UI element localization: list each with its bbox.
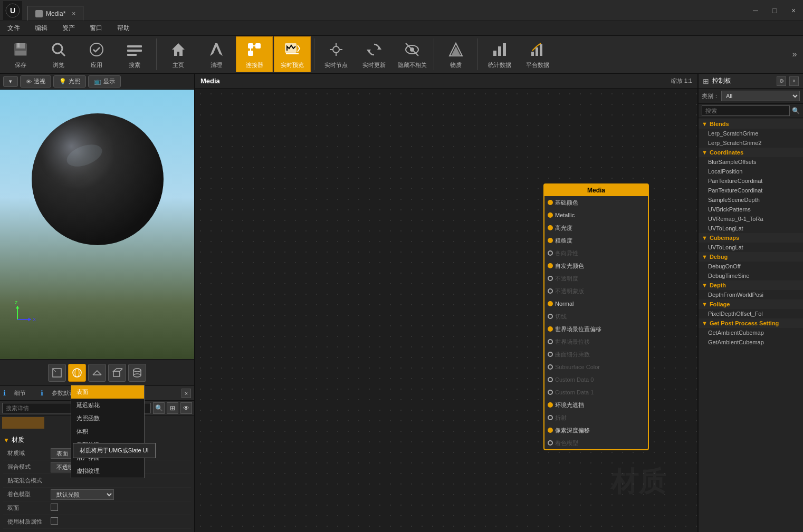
- tree-item-getambient2[interactable]: GetAmbientCubemap: [699, 337, 803, 347]
- pin-dot-anisotropy[interactable]: [548, 250, 553, 256]
- use-mat-attr-checkbox[interactable]: [51, 517, 58, 525]
- pin-dot-world-pos-offset[interactable]: [548, 326, 553, 332]
- detail-eye-btn[interactable]: 👁: [180, 402, 192, 414]
- toolbar-apply[interactable]: 应用: [78, 36, 115, 72]
- postprocess-label: Get Post Process Setting: [710, 320, 779, 326]
- menu-edit[interactable]: 编辑: [27, 22, 55, 35]
- pin-dot-normal[interactable]: [548, 301, 553, 306]
- right-search-input[interactable]: [702, 105, 790, 116]
- perspective-btn[interactable]: 👁 透视: [20, 75, 51, 88]
- toolbar-realtime[interactable]: 实时预览: [274, 36, 311, 72]
- tree-item-uvbrick[interactable]: UVBrickPatterns: [699, 205, 803, 214]
- toolbar-save[interactable]: 保存: [2, 36, 39, 72]
- tree-item-samplescene[interactable]: SampleSceneDepth: [699, 195, 803, 205]
- dd-item-virtual[interactable]: 虚拟纹理: [71, 465, 144, 478]
- toolbar-clean[interactable]: 清理: [198, 36, 235, 72]
- tree-item-uvlonglat1[interactable]: UVToLongLat: [699, 224, 803, 233]
- tree-section-cubemaps-header[interactable]: ▼ Cubemaps: [699, 233, 803, 243]
- dd-item-volume[interactable]: 体积: [71, 425, 144, 438]
- panel-settings-btn[interactable]: ⚙: [777, 76, 786, 86]
- toolbar-home[interactable]: 主页: [160, 36, 197, 72]
- menu-assets[interactable]: 资产: [55, 22, 82, 35]
- pin-dot-roughness[interactable]: [548, 238, 553, 243]
- pin-dot-ao[interactable]: [548, 402, 553, 408]
- dd-item-lightfunc[interactable]: 光照函数: [71, 412, 144, 425]
- toolbar-hide[interactable]: 隐藏不相关: [394, 36, 431, 72]
- close-button[interactable]: ×: [784, 1, 803, 20]
- vp-plane-btn[interactable]: [88, 364, 106, 382]
- tree-item-lerp-scratch2[interactable]: Lerp_ScratchGrime2: [699, 138, 803, 148]
- vp-cube-btn[interactable]: [48, 364, 66, 382]
- tree-item-depthfromworld[interactable]: DepthFromWorldPosi: [699, 290, 803, 299]
- pin-dot-specular[interactable]: [548, 225, 553, 230]
- pin-dot-refraction[interactable]: [548, 415, 553, 420]
- tree-item-blursample[interactable]: BlurSampleOffsets: [699, 157, 803, 167]
- pin-dot-custom-data-1[interactable]: [548, 390, 553, 395]
- detail-grid-btn[interactable]: ⊞: [167, 402, 178, 414]
- viewport-dropdown-btn[interactable]: ▾: [3, 76, 18, 87]
- vp-box-btn[interactable]: [108, 364, 126, 382]
- dd-item-deferred[interactable]: 延迟贴花: [71, 399, 144, 412]
- detail-search-icon-btn[interactable]: 🔍: [153, 402, 165, 414]
- lighting-btn[interactable]: 💡 光照: [53, 75, 86, 88]
- panel-close-btn[interactable]: ×: [789, 76, 799, 86]
- minimize-button[interactable]: ─: [746, 1, 765, 20]
- tree-item-pixeldepth-fol[interactable]: PixelDepthOffset_Fol: [699, 309, 803, 318]
- tab-detail[interactable]: 细节: [10, 388, 30, 399]
- tree-item-lerp-scratch[interactable]: Lerp_ScratchGrime: [699, 129, 803, 138]
- tree-item-uvremap[interactable]: UVRemap_0-1_ToRa: [699, 214, 803, 224]
- toolbar-expand-btn[interactable]: »: [788, 36, 801, 72]
- shading-model-select[interactable]: 默认光照: [51, 489, 114, 500]
- pin-dot-opacity[interactable]: [548, 276, 553, 281]
- display-btn[interactable]: 📺 显示: [88, 75, 121, 88]
- pin-dot-opacity-mask[interactable]: [548, 288, 553, 294]
- toolbar-search[interactable]: 搜索: [116, 36, 153, 72]
- toolbar-connector[interactable]: 连接器: [236, 36, 273, 72]
- menu-file[interactable]: 文件: [0, 22, 27, 35]
- vp-cylinder-btn[interactable]: [128, 364, 146, 382]
- menu-help[interactable]: 帮助: [110, 22, 137, 35]
- tree-item-debugtimesine[interactable]: DebugTimeSine: [699, 271, 803, 280]
- pin-dot-subsurface[interactable]: [548, 364, 553, 370]
- pin-dot-shading-model-node[interactable]: [548, 440, 553, 446]
- pin-dot-emissive[interactable]: [548, 263, 553, 268]
- tree-section-foliage-header[interactable]: ▼ Foliage: [699, 299, 803, 309]
- pin-dot-pixel-depth-offset[interactable]: [548, 428, 553, 433]
- color-swatch[interactable]: [2, 417, 44, 429]
- tree-item-getambient1[interactable]: GetAmbientCubemap: [699, 328, 803, 337]
- maximize-button[interactable]: □: [765, 1, 784, 20]
- tree-item-debugonoff[interactable]: DebugOnOff: [699, 262, 803, 271]
- toolbar-realtimenode[interactable]: 实时节点: [318, 36, 355, 72]
- pin-dot-tess-mult[interactable]: [548, 352, 553, 357]
- toolbar-platform[interactable]: 平台数据: [519, 36, 556, 72]
- detail-close-btn[interactable]: ×: [181, 389, 191, 398]
- tree-item-pantex1[interactable]: PanTextureCoordinat: [699, 176, 803, 186]
- tree-section-depth-header[interactable]: ▼ Depth: [699, 280, 803, 290]
- pin-dot-metallic[interactable]: [548, 212, 553, 218]
- node-canvas[interactable]: 材质 Media 基础颜色 Metallic 高光度 粗糙度: [195, 89, 697, 532]
- tree-section-coords-header[interactable]: ▼ Coordinates: [699, 148, 803, 157]
- tree-item-localpos[interactable]: LocalPosition: [699, 167, 803, 176]
- tree-section-debug-header[interactable]: ▼ Debug: [699, 252, 803, 262]
- media-tab[interactable]: Media* ×: [27, 6, 83, 21]
- tree-item-pantex2[interactable]: PanTextureCoordinat: [699, 186, 803, 195]
- realtimenode-label: 实时节点: [324, 61, 348, 69]
- tab-close[interactable]: ×: [72, 10, 75, 17]
- toolbar-material[interactable]: 物质: [437, 36, 474, 72]
- tree-item-uvlonglat2[interactable]: UVToLongLat: [699, 243, 803, 252]
- tree-section-postprocess-header[interactable]: ▼ Get Post Process Setting: [699, 318, 803, 328]
- arrow-foliage: ▼: [702, 301, 708, 307]
- menu-window[interactable]: 窗口: [82, 22, 110, 35]
- toolbar-browse[interactable]: 浏览: [40, 36, 77, 72]
- category-select[interactable]: All: [721, 91, 800, 101]
- dd-item-surface[interactable]: 表面: [71, 385, 144, 399]
- vp-sphere-btn[interactable]: [68, 364, 86, 382]
- pin-dot-base-color[interactable]: [548, 200, 553, 205]
- pin-dot-custom-data-0[interactable]: [548, 377, 553, 382]
- toolbar-stats[interactable]: 统计数据: [481, 36, 518, 72]
- two-sided-checkbox[interactable]: [51, 504, 58, 511]
- pin-dot-tangent[interactable]: [548, 314, 553, 319]
- tree-section-blends-header[interactable]: ▼ Blends: [699, 119, 803, 129]
- pin-dot-world-displacement[interactable]: [548, 339, 553, 344]
- toolbar-realtimeupdate[interactable]: 实时更新: [356, 36, 393, 72]
